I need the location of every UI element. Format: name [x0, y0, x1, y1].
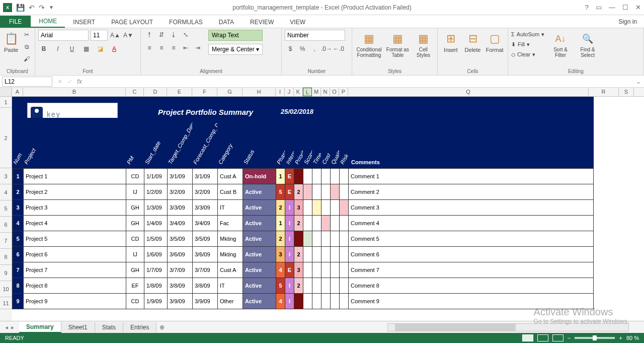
wrap-text-button[interactable]: Wrap Text: [208, 30, 263, 41]
format-as-table-button[interactable]: ▦Format as Table: [385, 30, 411, 58]
underline-icon[interactable]: U: [66, 44, 77, 54]
format-cells-button[interactable]: ▢Format: [485, 30, 505, 53]
col-header[interactable]: I: [276, 88, 285, 96]
increase-decimal-icon[interactable]: .0→: [321, 44, 332, 54]
col-header[interactable]: N: [321, 88, 330, 96]
col-header[interactable]: Q: [348, 88, 589, 96]
bold-icon[interactable]: B: [38, 44, 49, 54]
zoom-in-icon[interactable]: +: [619, 335, 622, 341]
page-layout-view-icon[interactable]: [537, 334, 548, 341]
ribbon-toggle-icon[interactable]: ▭: [596, 4, 602, 11]
fill-button[interactable]: ⬇ Fill ▾: [511, 40, 544, 49]
add-sheet-icon[interactable]: ⊕: [156, 324, 168, 331]
number-format-select[interactable]: [285, 30, 345, 41]
tab-formulas[interactable]: FORMULAS: [161, 16, 211, 28]
name-box[interactable]: [2, 77, 52, 87]
increase-indent-icon[interactable]: ⇥: [192, 43, 203, 53]
col-header[interactable]: M: [312, 88, 321, 96]
conditional-formatting-button[interactable]: ▦Conditional Formatting: [355, 30, 383, 58]
row-header[interactable]: 4: [0, 184, 12, 200]
sheet-tab-entries[interactable]: Entries: [123, 322, 156, 332]
col-header[interactable]: S: [619, 88, 634, 96]
align-bottom-icon[interactable]: ⭳: [168, 30, 179, 40]
decrease-decimal-icon[interactable]: ←.0: [333, 44, 344, 54]
normal-view-icon[interactable]: [522, 334, 533, 341]
table-row[interactable]: 9Project 9CD1/9/093/9/093/9/09OtherActiv…: [13, 294, 594, 309]
tab-insert[interactable]: INSERT: [65, 16, 103, 28]
horizontal-scrollbar[interactable]: [387, 323, 629, 331]
col-header[interactable]: D: [144, 88, 167, 96]
border-icon[interactable]: ▦: [80, 44, 92, 54]
col-header[interactable]: B: [23, 88, 126, 96]
zoom-out-icon[interactable]: −: [568, 335, 571, 341]
font-size-select[interactable]: [91, 30, 108, 41]
row-header[interactable]: 5: [0, 200, 12, 217]
expand-formula-icon[interactable]: ⌄: [633, 78, 644, 85]
align-top-icon[interactable]: ⭱: [144, 30, 155, 40]
increase-font-icon[interactable]: A▲: [110, 30, 121, 40]
tab-home[interactable]: HOME: [31, 15, 65, 28]
italic-icon[interactable]: I: [52, 44, 63, 54]
select-all-corner[interactable]: [0, 88, 12, 96]
sheet-body[interactable]: keyconsulting Project Portfolio Summary …: [12, 97, 644, 321]
row-header[interactable]: 7: [0, 233, 12, 249]
align-right-icon[interactable]: ≡: [168, 43, 179, 53]
col-header[interactable]: F: [192, 88, 217, 96]
formula-input[interactable]: [85, 77, 633, 87]
cell-styles-button[interactable]: ▦Cell Styles: [413, 30, 434, 58]
align-left-icon[interactable]: ≡: [144, 43, 155, 53]
table-row[interactable]: 5Project 5CD1/5/093/5/093/5/09MktingActi…: [13, 231, 594, 247]
col-header[interactable]: O: [330, 88, 339, 96]
clear-button[interactable]: ◇ Clear ▾: [511, 50, 544, 59]
merge-center-button[interactable]: Merge & Center ▾: [208, 44, 263, 55]
currency-icon[interactable]: $: [285, 44, 296, 54]
table-row[interactable]: 6Project 6IJ1/6/093/6/093/6/09MktingActi…: [13, 247, 594, 262]
close-icon[interactable]: ✕: [635, 4, 641, 11]
tab-view[interactable]: VIEW: [282, 16, 313, 28]
decrease-indent-icon[interactable]: ⇤: [180, 43, 191, 53]
font-family-select[interactable]: [38, 30, 89, 41]
minimize-icon[interactable]: —: [609, 4, 615, 11]
col-header[interactable]: R: [589, 88, 619, 96]
zoom-slider[interactable]: [575, 337, 615, 339]
sheet-nav-last-icon[interactable]: ▸: [11, 324, 14, 331]
comma-icon[interactable]: ,: [309, 44, 320, 54]
tab-file[interactable]: FILE: [0, 16, 31, 28]
enter-fx-icon[interactable]: ✓: [64, 78, 74, 85]
orientation-icon[interactable]: ⤡: [180, 30, 191, 40]
sheet-tab-summary[interactable]: Summary: [19, 322, 61, 333]
table-row[interactable]: 7Project 7GH1/7/093/7/093/7/09Cust AActi…: [13, 262, 594, 278]
redo-icon[interactable]: ↷: [39, 4, 45, 12]
autosum-button[interactable]: Σ AutoSum ▾: [511, 30, 544, 39]
table-row[interactable]: 3Project 3GH1/3/093/3/093/3/09ITActive2I…: [13, 200, 594, 216]
tab-data[interactable]: DATA: [211, 16, 242, 28]
data-table[interactable]: 1Project 1CD1/1/093/1/093/1/09Cust AOn-h…: [12, 168, 594, 309]
col-header[interactable]: A: [12, 88, 23, 96]
sheet-tab-sheet1[interactable]: Sheet1: [61, 322, 95, 332]
align-center-icon[interactable]: ≡: [156, 43, 167, 53]
paste-button[interactable]: 📋 Paste: [3, 30, 19, 53]
row-header[interactable]: 10: [0, 281, 12, 297]
fill-color-icon[interactable]: ◪: [95, 44, 106, 54]
fx-icon[interactable]: fx: [74, 78, 85, 85]
insert-cells-button[interactable]: ⊞Insert: [441, 30, 461, 53]
row-header[interactable]: 8: [0, 249, 12, 265]
col-header[interactable]: H: [243, 88, 276, 96]
decrease-font-icon[interactable]: A▼: [123, 30, 134, 40]
col-header[interactable]: E: [167, 88, 192, 96]
row-header[interactable]: 2: [0, 108, 12, 168]
col-header[interactable]: P: [339, 88, 348, 96]
table-row[interactable]: 4Project 4GH1/4/093/4/093/4/09FacActive1…: [13, 216, 594, 231]
undo-icon[interactable]: ↶: [29, 4, 35, 12]
maximize-icon[interactable]: ☐: [622, 4, 628, 11]
sheet-nav-first-icon[interactable]: ◂: [5, 324, 8, 331]
tab-review[interactable]: REVIEW: [242, 16, 282, 28]
sign-in-link[interactable]: Sign in: [611, 16, 644, 28]
row-header[interactable]: 9: [0, 265, 12, 281]
align-middle-icon[interactable]: ⇵: [156, 30, 167, 40]
help-icon[interactable]: ?: [585, 4, 589, 11]
col-header[interactable]: C: [126, 88, 144, 96]
row-header[interactable]: 1: [0, 97, 12, 108]
tab-page-layout[interactable]: PAGE LAYOUT: [103, 16, 161, 28]
font-color-icon[interactable]: A: [109, 44, 120, 54]
